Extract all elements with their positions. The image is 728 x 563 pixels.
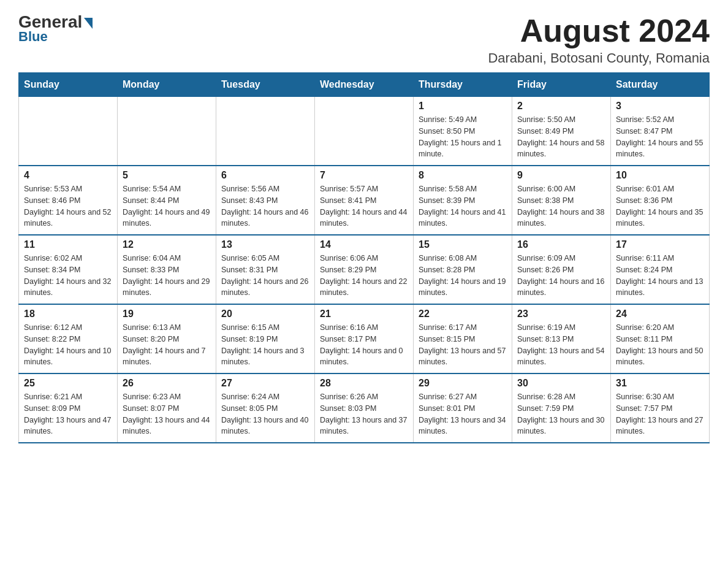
day-number: 12 [123,239,211,250]
day-number: 2 [517,101,605,112]
calendar-header-sunday: Sunday [19,73,118,97]
day-info: Sunrise: 6:04 AMSunset: 8:33 PMDaylight:… [123,253,211,299]
calendar-cell: 1Sunrise: 5:49 AMSunset: 8:50 PMDaylight… [414,97,512,166]
calendar-header-friday: Friday [512,73,611,97]
calendar-cell: 11Sunrise: 6:02 AMSunset: 8:34 PMDayligh… [19,235,118,304]
calendar-cell: 27Sunrise: 6:24 AMSunset: 8:05 PMDayligh… [216,373,315,443]
day-info: Sunrise: 6:01 AMSunset: 8:36 PMDaylight:… [616,183,704,229]
day-info: Sunrise: 5:49 AMSunset: 8:50 PMDaylight:… [419,114,507,160]
day-info: Sunrise: 6:20 AMSunset: 8:11 PMDaylight:… [616,322,704,368]
day-number: 10 [616,170,704,181]
month-title: August 2024 [488,12,710,49]
day-number: 30 [517,378,605,389]
calendar-week-row-5: 25Sunrise: 6:21 AMSunset: 8:09 PMDayligh… [19,373,710,443]
day-number: 3 [616,101,704,112]
calendar-cell: 6Sunrise: 5:56 AMSunset: 8:43 PMDaylight… [216,166,315,235]
calendar-cell: 7Sunrise: 5:57 AMSunset: 8:41 PMDaylight… [315,166,414,235]
day-number: 25 [24,378,112,389]
day-info: Sunrise: 5:54 AMSunset: 8:44 PMDaylight:… [123,183,211,229]
calendar-header-thursday: Thursday [414,73,512,97]
calendar-week-row-1: 1Sunrise: 5:49 AMSunset: 8:50 PMDaylight… [19,97,710,166]
day-number: 27 [221,378,309,389]
title-section: August 2024 Darabani, Botosani County, R… [488,12,710,66]
logo-arrow-icon [84,18,93,29]
calendar-week-row-2: 4Sunrise: 5:53 AMSunset: 8:46 PMDaylight… [19,166,710,235]
calendar-cell: 22Sunrise: 6:17 AMSunset: 8:15 PMDayligh… [414,304,512,373]
day-number: 16 [517,239,605,250]
calendar-week-row-4: 18Sunrise: 6:12 AMSunset: 8:22 PMDayligh… [19,304,710,373]
day-info: Sunrise: 5:53 AMSunset: 8:46 PMDaylight:… [24,183,112,229]
calendar-cell: 20Sunrise: 6:15 AMSunset: 8:19 PMDayligh… [216,304,315,373]
day-info: Sunrise: 6:21 AMSunset: 8:09 PMDaylight:… [24,391,112,437]
day-number: 28 [320,378,408,389]
day-info: Sunrise: 5:52 AMSunset: 8:47 PMDaylight:… [616,114,704,160]
calendar-cell: 18Sunrise: 6:12 AMSunset: 8:22 PMDayligh… [19,304,118,373]
day-info: Sunrise: 6:05 AMSunset: 8:31 PMDaylight:… [221,253,309,299]
day-number: 20 [221,308,309,320]
day-number: 4 [24,170,112,181]
calendar-cell: 19Sunrise: 6:13 AMSunset: 8:20 PMDayligh… [118,304,216,373]
day-info: Sunrise: 6:30 AMSunset: 7:57 PMDaylight:… [616,391,704,437]
day-info: Sunrise: 5:58 AMSunset: 8:39 PMDaylight:… [419,183,507,229]
calendar-cell: 24Sunrise: 6:20 AMSunset: 8:11 PMDayligh… [611,304,710,373]
day-info: Sunrise: 6:15 AMSunset: 8:19 PMDaylight:… [221,322,309,368]
day-info: Sunrise: 5:56 AMSunset: 8:43 PMDaylight:… [221,183,309,229]
calendar-cell: 25Sunrise: 6:21 AMSunset: 8:09 PMDayligh… [19,373,118,443]
day-number: 7 [320,170,408,181]
calendar-table: SundayMondayTuesdayWednesdayThursdayFrid… [18,72,710,443]
calendar-cell: 12Sunrise: 6:04 AMSunset: 8:33 PMDayligh… [118,235,216,304]
day-number: 21 [320,308,408,320]
day-number: 22 [419,308,507,320]
day-number: 29 [419,378,507,389]
day-number: 1 [419,101,507,112]
logo: General Blue [18,12,93,45]
location-title: Darabani, Botosani County, Romania [488,50,710,66]
day-info: Sunrise: 6:00 AMSunset: 8:38 PMDaylight:… [517,183,605,229]
logo-blue-text: Blue [18,29,48,45]
day-info: Sunrise: 6:16 AMSunset: 8:17 PMDaylight:… [320,322,408,368]
calendar-cell: 4Sunrise: 5:53 AMSunset: 8:46 PMDaylight… [19,166,118,235]
calendar-cell: 3Sunrise: 5:52 AMSunset: 8:47 PMDaylight… [611,97,710,166]
calendar-cell: 10Sunrise: 6:01 AMSunset: 8:36 PMDayligh… [611,166,710,235]
calendar-cell: 31Sunrise: 6:30 AMSunset: 7:57 PMDayligh… [611,373,710,443]
day-info: Sunrise: 6:08 AMSunset: 8:28 PMDaylight:… [419,253,507,299]
calendar-cell [315,97,414,166]
day-number: 24 [616,308,704,320]
calendar-cell [19,97,118,166]
calendar-cell: 23Sunrise: 6:19 AMSunset: 8:13 PMDayligh… [512,304,611,373]
calendar-cell: 15Sunrise: 6:08 AMSunset: 8:28 PMDayligh… [414,235,512,304]
calendar-week-row-3: 11Sunrise: 6:02 AMSunset: 8:34 PMDayligh… [19,235,710,304]
calendar-cell: 13Sunrise: 6:05 AMSunset: 8:31 PMDayligh… [216,235,315,304]
calendar-cell: 16Sunrise: 6:09 AMSunset: 8:26 PMDayligh… [512,235,611,304]
page-header: General Blue August 2024 Darabani, Botos… [18,12,710,66]
calendar-cell: 9Sunrise: 6:00 AMSunset: 8:38 PMDaylight… [512,166,611,235]
day-number: 5 [123,170,211,181]
day-number: 18 [24,308,112,320]
day-number: 14 [320,239,408,250]
day-number: 19 [123,308,211,320]
calendar-header-wednesday: Wednesday [315,73,414,97]
day-info: Sunrise: 5:50 AMSunset: 8:49 PMDaylight:… [517,114,605,160]
day-info: Sunrise: 6:11 AMSunset: 8:24 PMDaylight:… [616,253,704,299]
day-number: 23 [517,308,605,320]
day-number: 31 [616,378,704,389]
calendar-cell: 21Sunrise: 6:16 AMSunset: 8:17 PMDayligh… [315,304,414,373]
day-info: Sunrise: 6:12 AMSunset: 8:22 PMDaylight:… [24,322,112,368]
calendar-header-saturday: Saturday [611,73,710,97]
day-info: Sunrise: 6:17 AMSunset: 8:15 PMDaylight:… [419,322,507,368]
calendar-header-row: SundayMondayTuesdayWednesdayThursdayFrid… [19,73,710,97]
calendar-cell: 28Sunrise: 6:26 AMSunset: 8:03 PMDayligh… [315,373,414,443]
calendar-cell: 14Sunrise: 6:06 AMSunset: 8:29 PMDayligh… [315,235,414,304]
calendar-cell: 29Sunrise: 6:27 AMSunset: 8:01 PMDayligh… [414,373,512,443]
calendar-cell: 8Sunrise: 5:58 AMSunset: 8:39 PMDaylight… [414,166,512,235]
day-info: Sunrise: 6:28 AMSunset: 7:59 PMDaylight:… [517,391,605,437]
calendar-cell [216,97,315,166]
day-info: Sunrise: 6:27 AMSunset: 8:01 PMDaylight:… [419,391,507,437]
day-info: Sunrise: 6:23 AMSunset: 8:07 PMDaylight:… [123,391,211,437]
day-info: Sunrise: 6:26 AMSunset: 8:03 PMDaylight:… [320,391,408,437]
day-info: Sunrise: 6:09 AMSunset: 8:26 PMDaylight:… [517,253,605,299]
day-number: 9 [517,170,605,181]
calendar-cell: 5Sunrise: 5:54 AMSunset: 8:44 PMDaylight… [118,166,216,235]
day-number: 13 [221,239,309,250]
day-number: 6 [221,170,309,181]
